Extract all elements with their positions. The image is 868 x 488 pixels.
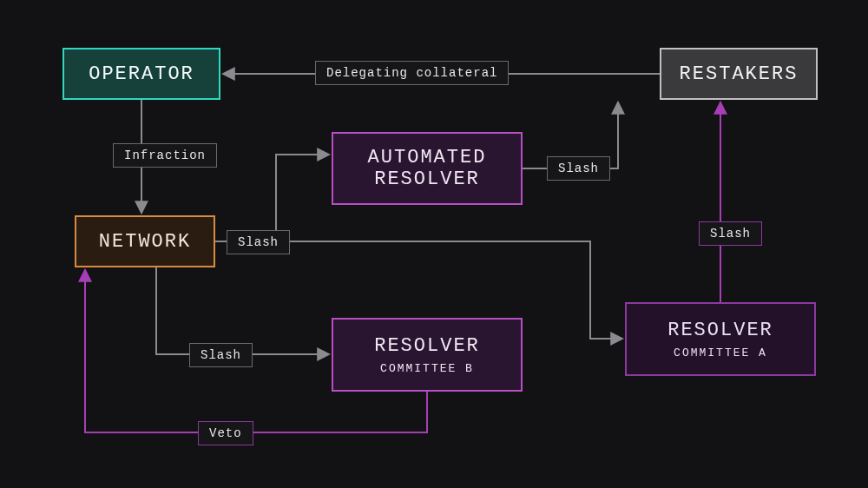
edge-label-slash-network-resolver-b: Slash <box>189 343 253 367</box>
node-resolver-a-title: RESOLVER <box>667 320 773 341</box>
node-resolver-committee-a: RESOLVER COMMITTEE A <box>625 302 816 376</box>
node-resolver-b-title: RESOLVER <box>374 335 480 357</box>
node-operator-title: OPERATOR <box>89 63 194 85</box>
node-network-title: NETWORK <box>99 231 191 253</box>
edge-label-infraction: Infraction <box>113 143 217 168</box>
node-automated-resolver: AUTOMATED RESOLVER <box>332 132 523 205</box>
node-automated-resolver-subtitle: RESOLVER <box>374 168 480 190</box>
edge-label-slash-resolver-a-restakers: Slash <box>699 221 762 246</box>
node-resolver-b-subtitle: COMMITTEE B <box>380 362 474 375</box>
node-automated-resolver-title: AUTOMATED <box>368 147 487 168</box>
edge-label-delegating-collateral: Delegating collateral <box>315 61 509 85</box>
node-restakers: RESTAKERS <box>660 48 818 100</box>
edge-label-slash-automated-restakers: Slash <box>547 156 610 181</box>
edge-label-slash-network-automated: Slash <box>227 230 290 254</box>
node-resolver-committee-b: RESOLVER COMMITTEE B <box>332 318 523 392</box>
edge-label-veto: Veto <box>198 421 253 445</box>
node-resolver-a-subtitle: COMMITTEE A <box>674 346 767 359</box>
node-restakers-title: RESTAKERS <box>680 63 799 85</box>
diagram-canvas: OPERATOR RESTAKERS NETWORK AUTOMATED RES… <box>0 0 868 488</box>
node-network: NETWORK <box>75 215 215 267</box>
node-operator: OPERATOR <box>62 48 220 100</box>
